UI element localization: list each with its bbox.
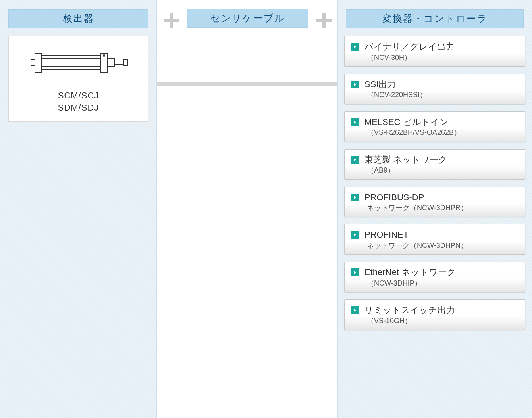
converter-item[interactable]: PROFIBUS-DPネットワーク（NCW-3DHPR）	[344, 187, 525, 217]
converter-column: 変換器・コントローラ バイナリ／グレイ出力（NCV-30H）SSI出力（NCV-…	[337, 0, 532, 418]
converter-item-title: EtherNet ネットワーク	[364, 267, 519, 278]
arrow-right-icon	[351, 156, 359, 164]
detector-card[interactable]: SCM/SCJ SDM/SDJ	[8, 36, 148, 122]
converter-heading: 変換器・コントローラ	[346, 9, 524, 28]
converter-item-sub: ネットワーク（NCW-3DHPR）	[364, 203, 519, 213]
converter-item-title: PROFINET	[364, 229, 519, 240]
cylinder-icon	[13, 47, 144, 79]
converter-item[interactable]: SSI出力（NCV-220HSSI）	[344, 74, 525, 104]
detector-model-line-1: SCM/SCJ	[13, 90, 144, 102]
svg-rect-12	[164, 19, 179, 22]
arrow-right-icon	[351, 81, 359, 88]
plus-icon	[164, 13, 179, 28]
converter-item-sub: （AB9）	[364, 166, 519, 175]
detector-heading: 検出器	[8, 9, 148, 28]
converter-item[interactable]: 東芝製 ネットワーク（AB9）	[344, 149, 525, 180]
plus-icon	[316, 13, 332, 28]
svg-rect-9	[124, 59, 128, 66]
svg-rect-6	[107, 59, 114, 67]
converter-item-sub: （NCW-3DHIP）	[364, 279, 519, 288]
svg-rect-1	[35, 53, 41, 72]
arrow-right-icon	[351, 231, 359, 239]
diagram-canvas: 検出器	[0, 0, 532, 418]
converter-item-sub: （NCV-30H）	[364, 53, 519, 62]
converter-item-sub: （NCV-220HSSI）	[364, 90, 519, 100]
connector-bar	[157, 82, 337, 86]
arrow-right-icon	[351, 306, 359, 314]
detector-column: 検出器	[0, 0, 157, 418]
converter-item-title: PROFIBUS-DP	[364, 192, 519, 203]
svg-rect-14	[316, 19, 332, 22]
converter-item-sub: ネットワーク（NCW-3DHPN）	[364, 241, 519, 250]
arrow-right-icon	[351, 118, 359, 126]
converter-item[interactable]: バイナリ／グレイ出力（NCV-30H）	[344, 36, 525, 67]
arrow-right-icon	[351, 43, 359, 51]
converter-item[interactable]: PROFINETネットワーク（NCW-3DHPN）	[344, 224, 525, 255]
converter-item[interactable]: リミットスイッチ出力（VS-10GH）	[344, 299, 525, 330]
svg-rect-0	[41, 56, 101, 70]
converter-item-title: MELSEC ビルトイン	[364, 117, 519, 128]
arrow-right-icon	[351, 268, 359, 276]
converter-item-title: 東芝製 ネットワーク	[364, 154, 519, 165]
svg-rect-2	[31, 59, 35, 66]
converter-item-sub: （VS-10GH）	[364, 316, 519, 326]
converter-item-title: SSI出力	[364, 79, 519, 90]
converter-item-title: リミットスイッチ出力	[364, 305, 519, 316]
converter-list: バイナリ／グレイ出力（NCV-30H）SSI出力（NCV-220HSSI）MEL…	[338, 28, 532, 330]
cable-heading: センサケーブル	[187, 9, 308, 28]
svg-point-10	[103, 55, 105, 56]
converter-item-title: バイナリ／グレイ出力	[364, 41, 519, 52]
converter-item[interactable]: EtherNet ネットワーク（NCW-3DHIP）	[344, 262, 525, 292]
arrow-right-icon	[351, 194, 359, 201]
converter-item-sub: （VS-R262BH/VS-QA262B）	[364, 128, 519, 137]
detector-model-line-2: SDM/SDJ	[13, 102, 144, 114]
converter-item[interactable]: MELSEC ビルトイン（VS-R262BH/VS-QA262B）	[344, 111, 525, 142]
